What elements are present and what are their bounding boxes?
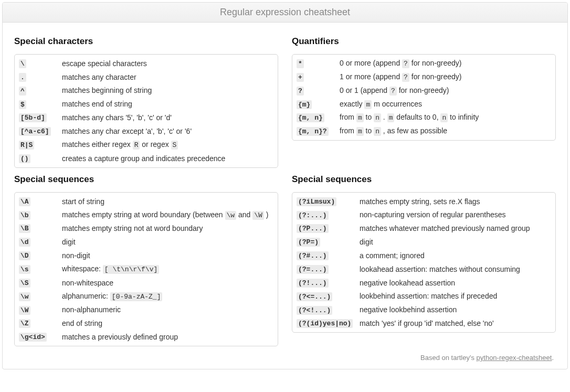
description-cell: creates a capture group and indicates pr… (59, 152, 277, 165)
syntax-cell: \D (16, 249, 59, 262)
panel-body: Special characters \escape special chara… (3, 23, 567, 369)
inline-code: m (356, 127, 364, 136)
syntax-cell: \S (16, 276, 59, 290)
inline-code: ? (402, 73, 409, 82)
description-cell: digit (356, 235, 554, 249)
syntax-code: \s (19, 265, 30, 274)
description-cell: matches empty string not at word boundar… (59, 221, 277, 235)
description-cell: from m to n . m defaults to 0, n to infi… (336, 111, 554, 124)
table-row: \Bmatches empty string not at word bound… (16, 221, 277, 235)
table-row: (?iLmsux)matches empty string, sets re.X… (293, 195, 554, 208)
syntax-code: () (19, 154, 30, 163)
footer-prefix: Based on tartley's (420, 354, 477, 362)
table-row: R|Smatches either regex R or regex S (16, 138, 277, 152)
table-row: \g<id>matches a previously defined group (16, 330, 277, 344)
table-quantifiers: *0 or more (append ? for non-greedy)+1 o… (293, 57, 554, 138)
table-row: \bmatches empty string at word boundary … (16, 208, 277, 222)
table-row: \Snon-whitespace (16, 276, 277, 290)
table-row: ?0 or 1 (append ? for non-greedy) (293, 84, 554, 98)
description-cell: matches beginning of string (59, 84, 277, 98)
syntax-cell: (?P...) (293, 221, 356, 235)
well-special-seq-left: \Astart of string\bmatches empty string … (14, 192, 278, 346)
description-cell: non-whitespace (59, 276, 277, 290)
syntax-code: (?#...) (297, 251, 329, 260)
description-cell: matches either regex R or regex S (59, 138, 277, 152)
table-row: +1 or more (append ? for non-greedy) (293, 70, 554, 84)
inline-code: S (171, 141, 178, 150)
description-cell: negative lookbehind assertion (356, 303, 554, 317)
description-cell: non-capturing version of regular parenth… (356, 208, 554, 222)
col-special-chars: Special characters \escape special chara… (14, 30, 278, 168)
table-special-chars: \escape special characters.matches any c… (16, 57, 277, 165)
inline-code: [ \t\n\r\f\v] (103, 265, 159, 274)
syntax-cell: + (293, 70, 336, 84)
description-cell: match 'yes' if group 'id' matched, else … (356, 316, 554, 330)
syntax-cell: \w (16, 290, 59, 303)
table-row: ^matches beginning of string (16, 84, 277, 98)
table-row: (?<=...)lookbehind assertion: matches if… (293, 290, 554, 303)
syntax-code: {m, n} (297, 113, 324, 122)
syntax-code: \W (19, 306, 30, 315)
syntax-code: \A (19, 197, 30, 206)
syntax-code: ^ (19, 87, 26, 96)
syntax-code: (?<=...) (297, 292, 332, 301)
syntax-cell: (?P=) (293, 235, 356, 249)
description-cell: matches empty string, sets re.X flags (356, 195, 554, 208)
description-cell: digit (59, 235, 277, 249)
syntax-code: * (297, 59, 304, 68)
syntax-code: \D (19, 251, 30, 260)
inline-code: [0-9a-zA-Z_] (110, 292, 163, 301)
table-row: [5b-d]matches any chars '5', 'b', 'c' or… (16, 111, 277, 124)
cheatsheet-panel: Regular expression cheatsheet Special ch… (2, 2, 568, 369)
syntax-code: {m, n}? (297, 127, 329, 136)
syntax-cell: ^ (16, 84, 59, 98)
syntax-code: + (297, 73, 304, 82)
description-cell: negative lookahead assertion (356, 276, 554, 290)
syntax-code: \S (19, 279, 30, 288)
table-row: (?:...)non-capturing version of regular … (293, 208, 554, 222)
syntax-code: \w (19, 292, 30, 301)
footer-link[interactable]: python-regex-cheatsheet (477, 354, 552, 362)
syntax-cell: () (16, 152, 59, 165)
table-row: ()creates a capture group and indicates … (16, 152, 277, 165)
table-row: \Dnon-digit (16, 249, 277, 262)
syntax-cell: {m} (293, 98, 336, 111)
syntax-cell: . (16, 70, 59, 84)
well-quantifiers: *0 or more (append ? for non-greedy)+1 o… (292, 54, 556, 141)
table-row: (?P=)digit (293, 235, 554, 249)
syntax-code: $ (19, 100, 26, 109)
footer-suffix: . (552, 354, 554, 362)
heading-special-chars: Special characters (14, 36, 278, 47)
description-cell: non-digit (59, 249, 277, 262)
table-row: *0 or more (append ? for non-greedy) (293, 57, 554, 70)
description-cell: from m to n , as few as possible (336, 124, 554, 138)
table-row: (?<!...)negative lookbehind assertion (293, 303, 554, 317)
syntax-cell: * (293, 57, 336, 70)
description-cell: matches any char except 'a', 'b', 'c' or… (59, 124, 277, 138)
syntax-code: \b (19, 211, 30, 220)
syntax-code: \ (19, 59, 26, 68)
syntax-cell: R|S (16, 138, 59, 152)
description-cell: matches any character (59, 70, 277, 84)
table-special-seq-left: \Astart of string\bmatches empty string … (16, 195, 277, 344)
description-cell: 0 or more (append ? for non-greedy) (336, 57, 554, 70)
syntax-code: \d (19, 238, 30, 247)
syntax-cell: (?<=...) (293, 290, 356, 303)
inline-code: n (440, 113, 448, 122)
syntax-code: R|S (19, 141, 34, 150)
description-cell: end of string (59, 316, 277, 330)
syntax-cell: \B (16, 221, 59, 235)
syntax-cell: \d (16, 235, 59, 249)
syntax-cell: \ (16, 57, 59, 70)
description-cell: escape special characters (59, 57, 277, 70)
row-top: Special characters \escape special chara… (14, 30, 556, 168)
description-cell: exactly m m occurrences (336, 98, 554, 111)
table-row: [^a-c6]matches any char except 'a', 'b',… (16, 124, 277, 138)
syntax-cell: [^a-c6] (16, 124, 59, 138)
table-row: \walphanumeric: [0-9a-zA-Z_] (16, 290, 277, 303)
syntax-cell: \b (16, 208, 59, 222)
inline-code: ? (389, 87, 397, 96)
description-cell: matches whatever matched previously name… (356, 221, 554, 235)
inline-code: R (133, 141, 140, 150)
syntax-code: (?(id)yes|no) (297, 319, 353, 328)
